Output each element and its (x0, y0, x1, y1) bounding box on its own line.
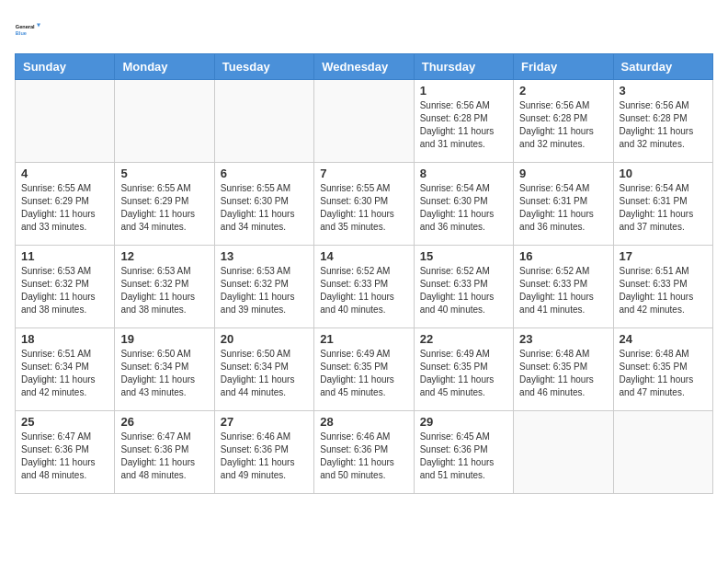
logo: GeneralBlue (15, 15, 44, 44)
day-number: 27 (221, 415, 308, 429)
calendar-week-row: 25Sunrise: 6:47 AMSunset: 6:36 PMDayligh… (16, 411, 713, 494)
calendar-day-cell (314, 80, 414, 163)
day-info: Sunrise: 6:52 AMSunset: 6:33 PMDaylight:… (320, 265, 407, 316)
day-info: Sunrise: 6:45 AMSunset: 6:36 PMDaylight:… (420, 431, 507, 482)
day-info: Sunrise: 6:49 AMSunset: 6:35 PMDaylight:… (320, 348, 407, 399)
calendar-week-row: 1Sunrise: 6:56 AMSunset: 6:28 PMDaylight… (16, 80, 713, 163)
day-number: 19 (120, 332, 208, 346)
calendar-header-row: SundayMondayTuesdayWednesdayThursdayFrid… (16, 54, 713, 80)
day-number: 3 (620, 84, 707, 98)
day-info: Sunrise: 6:55 AMSunset: 6:30 PMDaylight:… (320, 182, 407, 234)
day-number: 8 (420, 167, 507, 180)
calendar-day-cell: 4Sunrise: 6:55 AMSunset: 6:29 PMDaylight… (16, 163, 115, 246)
day-number: 4 (21, 167, 108, 180)
calendar-day-cell: 12Sunrise: 6:53 AMSunset: 6:32 PMDayligh… (115, 246, 214, 328)
day-number: 7 (320, 167, 407, 180)
calendar-day-cell: 20Sunrise: 6:50 AMSunset: 6:34 PMDayligh… (214, 328, 313, 411)
logo-icon: GeneralBlue (15, 15, 44, 44)
page-header: GeneralBlue (15, 15, 713, 44)
calendar-day-cell (514, 411, 613, 494)
calendar-day-cell (214, 80, 313, 163)
day-number: 22 (420, 332, 507, 346)
calendar-day-cell (16, 80, 115, 163)
calendar-table: SundayMondayTuesdayWednesdayThursdayFrid… (15, 53, 713, 494)
calendar-day-cell: 3Sunrise: 6:56 AMSunset: 6:28 PMDaylight… (613, 80, 712, 163)
day-number: 20 (221, 332, 308, 346)
day-info: Sunrise: 6:49 AMSunset: 6:35 PMDaylight:… (420, 348, 507, 399)
svg-text:Blue: Blue (16, 30, 27, 36)
calendar-day-cell: 15Sunrise: 6:52 AMSunset: 6:33 PMDayligh… (414, 246, 513, 328)
day-number: 1 (420, 84, 507, 98)
day-info: Sunrise: 6:50 AMSunset: 6:34 PMDaylight:… (120, 348, 208, 399)
calendar-day-cell: 27Sunrise: 6:46 AMSunset: 6:36 PMDayligh… (214, 411, 313, 494)
day-number: 15 (420, 249, 507, 263)
calendar-day-cell: 2Sunrise: 6:56 AMSunset: 6:28 PMDaylight… (514, 80, 613, 163)
day-of-week-header: Wednesday (314, 54, 414, 80)
svg-marker-2 (37, 24, 40, 28)
day-number: 9 (519, 167, 607, 180)
day-number: 24 (620, 332, 707, 346)
calendar-day-cell: 13Sunrise: 6:53 AMSunset: 6:32 PMDayligh… (214, 246, 313, 328)
calendar-day-cell: 9Sunrise: 6:54 AMSunset: 6:31 PMDaylight… (514, 163, 613, 246)
day-number: 21 (320, 332, 407, 346)
day-number: 18 (21, 332, 108, 346)
day-number: 23 (519, 332, 607, 346)
calendar-day-cell: 16Sunrise: 6:52 AMSunset: 6:33 PMDayligh… (514, 246, 613, 328)
calendar-day-cell: 1Sunrise: 6:56 AMSunset: 6:28 PMDaylight… (414, 80, 513, 163)
calendar-day-cell: 25Sunrise: 6:47 AMSunset: 6:36 PMDayligh… (16, 411, 115, 494)
day-number: 10 (620, 167, 707, 180)
day-info: Sunrise: 6:54 AMSunset: 6:31 PMDaylight:… (620, 182, 707, 234)
day-of-week-header: Saturday (613, 54, 712, 80)
calendar-day-cell: 26Sunrise: 6:47 AMSunset: 6:36 PMDayligh… (115, 411, 214, 494)
calendar-week-row: 11Sunrise: 6:53 AMSunset: 6:32 PMDayligh… (16, 246, 713, 328)
calendar-day-cell (115, 80, 214, 163)
svg-text:General: General (16, 24, 35, 29)
day-number: 2 (519, 84, 607, 98)
day-of-week-header: Tuesday (214, 54, 313, 80)
day-number: 26 (120, 415, 208, 429)
day-number: 28 (320, 415, 407, 429)
day-info: Sunrise: 6:47 AMSunset: 6:36 PMDaylight:… (120, 431, 208, 482)
calendar-day-cell: 23Sunrise: 6:48 AMSunset: 6:35 PMDayligh… (514, 328, 613, 411)
day-of-week-header: Monday (115, 54, 214, 80)
day-info: Sunrise: 6:46 AMSunset: 6:36 PMDaylight:… (221, 431, 308, 482)
calendar-day-cell: 29Sunrise: 6:45 AMSunset: 6:36 PMDayligh… (414, 411, 513, 494)
calendar-day-cell: 5Sunrise: 6:55 AMSunset: 6:29 PMDaylight… (115, 163, 214, 246)
calendar-week-row: 18Sunrise: 6:51 AMSunset: 6:34 PMDayligh… (16, 328, 713, 411)
calendar-day-cell: 7Sunrise: 6:55 AMSunset: 6:30 PMDaylight… (314, 163, 414, 246)
day-number: 11 (21, 249, 108, 263)
day-info: Sunrise: 6:50 AMSunset: 6:34 PMDaylight:… (221, 348, 308, 399)
day-info: Sunrise: 6:47 AMSunset: 6:36 PMDaylight:… (21, 431, 108, 482)
calendar-day-cell: 14Sunrise: 6:52 AMSunset: 6:33 PMDayligh… (314, 246, 414, 328)
calendar-day-cell: 8Sunrise: 6:54 AMSunset: 6:30 PMDaylight… (414, 163, 513, 246)
calendar-day-cell: 11Sunrise: 6:53 AMSunset: 6:32 PMDayligh… (16, 246, 115, 328)
day-info: Sunrise: 6:52 AMSunset: 6:33 PMDaylight:… (420, 265, 507, 316)
calendar-day-cell: 24Sunrise: 6:48 AMSunset: 6:35 PMDayligh… (613, 328, 712, 411)
day-number: 14 (320, 249, 407, 263)
calendar-day-cell: 10Sunrise: 6:54 AMSunset: 6:31 PMDayligh… (613, 163, 712, 246)
day-info: Sunrise: 6:53 AMSunset: 6:32 PMDaylight:… (221, 265, 308, 316)
calendar-day-cell: 19Sunrise: 6:50 AMSunset: 6:34 PMDayligh… (115, 328, 214, 411)
calendar-day-cell: 28Sunrise: 6:46 AMSunset: 6:36 PMDayligh… (314, 411, 414, 494)
day-number: 6 (221, 167, 308, 180)
day-number: 29 (420, 415, 507, 429)
day-number: 5 (120, 167, 208, 180)
day-info: Sunrise: 6:51 AMSunset: 6:33 PMDaylight:… (620, 265, 707, 316)
calendar-day-cell: 22Sunrise: 6:49 AMSunset: 6:35 PMDayligh… (414, 328, 513, 411)
day-info: Sunrise: 6:56 AMSunset: 6:28 PMDaylight:… (519, 99, 607, 151)
calendar-day-cell: 17Sunrise: 6:51 AMSunset: 6:33 PMDayligh… (613, 246, 712, 328)
day-info: Sunrise: 6:55 AMSunset: 6:29 PMDaylight:… (120, 182, 208, 234)
day-info: Sunrise: 6:56 AMSunset: 6:28 PMDaylight:… (420, 99, 507, 151)
day-of-week-header: Thursday (414, 54, 513, 80)
day-info: Sunrise: 6:56 AMSunset: 6:28 PMDaylight:… (620, 99, 707, 151)
day-info: Sunrise: 6:54 AMSunset: 6:30 PMDaylight:… (420, 182, 507, 234)
day-info: Sunrise: 6:55 AMSunset: 6:29 PMDaylight:… (21, 182, 108, 234)
calendar-day-cell: 6Sunrise: 6:55 AMSunset: 6:30 PMDaylight… (214, 163, 313, 246)
calendar-day-cell: 18Sunrise: 6:51 AMSunset: 6:34 PMDayligh… (16, 328, 115, 411)
day-of-week-header: Friday (514, 54, 613, 80)
day-info: Sunrise: 6:46 AMSunset: 6:36 PMDaylight:… (320, 431, 407, 482)
day-number: 25 (21, 415, 108, 429)
day-info: Sunrise: 6:48 AMSunset: 6:35 PMDaylight:… (519, 348, 607, 399)
day-info: Sunrise: 6:52 AMSunset: 6:33 PMDaylight:… (519, 265, 607, 316)
day-number: 16 (519, 249, 607, 263)
